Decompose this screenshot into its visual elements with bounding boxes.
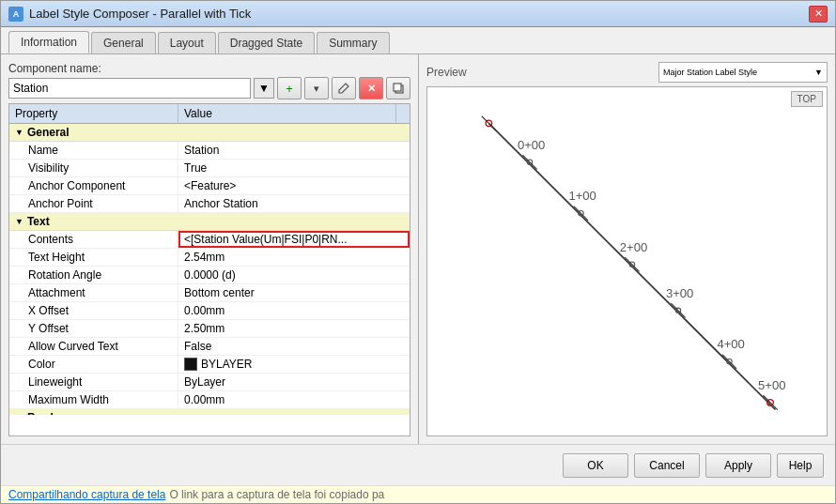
val-x-offset: 0.00mm bbox=[178, 302, 410, 319]
content-area: Component name: ▼ + ▾ ✕ bbox=[1, 53, 835, 444]
ok-button[interactable]: OK bbox=[563, 453, 628, 478]
row-anchor-component[interactable]: Anchor Component <Feature> bbox=[9, 177, 410, 195]
prop-color: Color bbox=[9, 356, 178, 373]
val-name: Station bbox=[178, 142, 410, 159]
section-general-text: General bbox=[27, 126, 70, 139]
apply-button[interactable]: Apply bbox=[705, 453, 771, 478]
component-name-dropdown[interactable]: ▼ bbox=[254, 78, 274, 99]
val-anchor-component: <Feature> bbox=[178, 177, 410, 194]
tab-dragged-state[interactable]: Dragged State bbox=[218, 32, 315, 53]
row-x-offset[interactable]: X Offset 0.00mm bbox=[9, 302, 410, 320]
prop-x-offset: X Offset bbox=[9, 302, 178, 319]
svg-rect-1 bbox=[394, 84, 401, 91]
tab-summary[interactable]: Summary bbox=[317, 32, 389, 53]
row-name[interactable]: Name Station bbox=[9, 142, 410, 160]
main-window: A Label Style Composer - Parallel with T… bbox=[0, 0, 836, 504]
row-max-width[interactable]: Maximum Width 0.00mm bbox=[9, 391, 410, 409]
svg-text:4+00: 4+00 bbox=[717, 337, 744, 351]
svg-text:0+00: 0+00 bbox=[518, 138, 545, 152]
prop-y-offset: Y Offset bbox=[9, 320, 178, 337]
expand-border-icon[interactable]: ▼ bbox=[15, 413, 23, 415]
prop-anchor-component: Anchor Component bbox=[9, 177, 178, 194]
prop-lineweight: Lineweight bbox=[9, 374, 178, 390]
cancel-button[interactable]: Cancel bbox=[634, 453, 700, 478]
tab-bar: Information General Layout Dragged State… bbox=[1, 27, 835, 53]
table-body: ▼ General Name Station Visibility True A… bbox=[9, 124, 410, 415]
col-value: Value bbox=[178, 104, 396, 123]
notification-message: O link para a captura de tela foi copiad… bbox=[169, 488, 384, 501]
val-rotation-angle: 0.0000 (d) bbox=[178, 267, 410, 283]
row-visibility[interactable]: Visibility True bbox=[9, 160, 410, 177]
val-contents: <[Station Value(Um|FSI|P0|RN... bbox=[178, 231, 410, 248]
row-attachment[interactable]: Attachment Bottom center bbox=[9, 284, 410, 302]
prop-contents: Contents bbox=[9, 231, 178, 248]
row-allow-curved[interactable]: Allow Curved Text False bbox=[9, 338, 410, 356]
properties-table: Property Value ▼ General Name bbox=[8, 103, 410, 436]
val-y-offset: 2.50mm bbox=[178, 320, 410, 337]
bottom-bar: OK Cancel Apply Help bbox=[1, 444, 835, 485]
notification-bar: Compartilhando captura de tela O link pa… bbox=[1, 485, 835, 503]
tab-general[interactable]: General bbox=[91, 32, 156, 53]
val-allow-curved: False bbox=[178, 338, 410, 355]
svg-line-21 bbox=[763, 395, 777, 409]
row-y-offset[interactable]: Y Offset 2.50mm bbox=[9, 320, 410, 338]
prop-name: Name bbox=[9, 142, 178, 159]
prop-anchor-point: Anchor Point bbox=[9, 195, 178, 212]
section-border: ▼ Border bbox=[9, 409, 410, 415]
section-text-label: ▼ Text bbox=[9, 213, 55, 230]
expand-general-icon[interactable]: ▼ bbox=[15, 128, 23, 137]
tab-layout[interactable]: Layout bbox=[158, 32, 216, 53]
svg-line-12 bbox=[625, 257, 639, 271]
section-general-label: ▼ General bbox=[9, 124, 75, 141]
left-panel: Component name: ▼ + ▾ ✕ bbox=[1, 54, 419, 444]
table-header: Property Value bbox=[9, 104, 410, 124]
component-name-input[interactable] bbox=[8, 78, 251, 99]
style-dropdown-label: Major Station Label Style bbox=[663, 68, 757, 77]
window-title: Label Style Composer - Parallel with Tic… bbox=[29, 7, 251, 21]
section-text-text: Text bbox=[27, 215, 50, 228]
right-panel: Preview Major Station Label Style ▼ TOP bbox=[419, 54, 835, 444]
svg-line-18 bbox=[722, 355, 736, 369]
prop-rotation-angle: Rotation Angle bbox=[9, 267, 178, 283]
preview-canvas: TOP 0+00 1+00 bbox=[426, 86, 828, 436]
title-bar: A Label Style Composer - Parallel with T… bbox=[1, 1, 835, 27]
svg-text:3+00: 3+00 bbox=[666, 286, 693, 300]
row-text-height[interactable]: Text Height 2.54mm bbox=[9, 249, 410, 267]
expand-text-icon[interactable]: ▼ bbox=[15, 217, 23, 226]
prop-attachment: Attachment bbox=[9, 284, 178, 301]
component-name-row: ▼ + ▾ ✕ bbox=[8, 77, 410, 99]
val-anchor-point: Anchor Station bbox=[178, 195, 410, 212]
style-dropdown[interactable]: Major Station Label Style ▼ bbox=[658, 62, 828, 83]
title-bar-left: A Label Style Composer - Parallel with T… bbox=[8, 7, 251, 22]
val-text-height: 2.54mm bbox=[178, 249, 410, 266]
top-button[interactable]: TOP bbox=[791, 91, 823, 107]
copy-button[interactable] bbox=[386, 77, 410, 99]
section-border-text: Border bbox=[27, 411, 64, 415]
row-color[interactable]: Color BYLAYER bbox=[9, 356, 410, 374]
svg-text:2+00: 2+00 bbox=[620, 240, 647, 254]
notification-link[interactable]: Compartilhando captura de tela bbox=[8, 488, 165, 501]
svg-line-15 bbox=[671, 303, 685, 317]
help-button[interactable]: Help bbox=[777, 453, 824, 478]
svg-line-4 bbox=[482, 116, 496, 130]
val-attachment: Bottom center bbox=[178, 284, 410, 301]
row-lineweight[interactable]: Lineweight ByLayer bbox=[9, 374, 410, 391]
component-name-section: Component name: ▼ + ▾ ✕ bbox=[8, 62, 410, 99]
row-contents[interactable]: Contents <[Station Value(Um|FSI|P0|RN... bbox=[9, 231, 410, 249]
prop-max-width: Maximum Width bbox=[9, 391, 178, 408]
component-name-label: Component name: bbox=[8, 62, 410, 75]
color-swatch bbox=[184, 358, 197, 371]
edit-button[interactable] bbox=[332, 77, 356, 99]
close-button[interactable]: ✕ bbox=[809, 6, 828, 23]
row-anchor-point[interactable]: Anchor Point Anchor Station bbox=[9, 195, 410, 213]
section-text: ▼ Text bbox=[9, 213, 410, 231]
prop-visibility: Visibility bbox=[9, 160, 178, 176]
row-rotation-angle[interactable]: Rotation Angle 0.0000 (d) bbox=[9, 267, 410, 284]
val-visibility: True bbox=[178, 160, 410, 176]
dropdown-add-button[interactable]: ▾ bbox=[304, 77, 329, 99]
delete-button[interactable]: ✕ bbox=[359, 77, 383, 99]
color-value: BYLAYER bbox=[201, 358, 252, 371]
add-button[interactable]: + bbox=[277, 77, 302, 99]
tab-information[interactable]: Information bbox=[8, 31, 89, 53]
svg-line-9 bbox=[574, 206, 588, 221]
